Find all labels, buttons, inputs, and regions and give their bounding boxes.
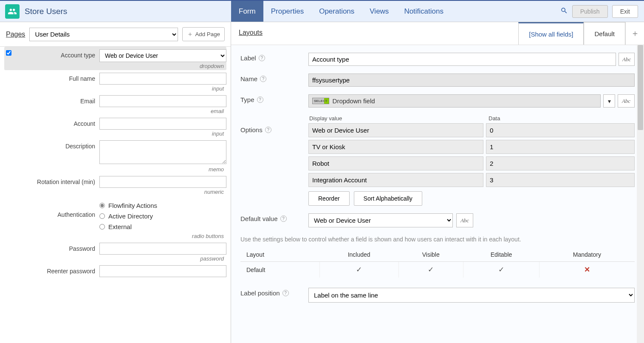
help-icon[interactable]: ?: [282, 290, 289, 296]
tab-views[interactable]: Views: [362, 1, 396, 22]
add-layout-button[interactable]: ＋: [625, 22, 644, 45]
field-row-full-name[interactable]: Full name input: [4, 70, 226, 93]
layout-th-layout: Layout: [240, 248, 319, 262]
select-badge-icon: SELECT: [312, 98, 329, 104]
search-icon[interactable]: [560, 7, 568, 16]
option-display-input[interactable]: [308, 173, 483, 187]
header-actions: Publish Exit: [554, 1, 644, 22]
field-row-description[interactable]: Description memo: [4, 138, 226, 173]
help-icon[interactable]: ?: [260, 76, 266, 82]
layout-th-included: Included: [319, 248, 398, 262]
radio-label: External: [108, 223, 132, 230]
abc-button[interactable]: Abc: [618, 94, 635, 108]
field-row-rotation[interactable]: Rotation interval (min) numeric: [4, 173, 226, 196]
field-label: Description: [14, 140, 99, 150]
help-icon[interactable]: ?: [259, 55, 265, 61]
option-data-input[interactable]: [486, 140, 635, 154]
account-input[interactable]: [99, 118, 226, 130]
pages-label[interactable]: Pages: [6, 31, 25, 38]
option-data-input[interactable]: [486, 123, 635, 137]
layouts-label[interactable]: Layouts: [231, 22, 270, 45]
radio-external[interactable]: External: [99, 221, 226, 232]
prop-label-text: Options: [240, 126, 263, 133]
layout-hint-text: Use the settings below to control whethe…: [240, 236, 635, 243]
layout-table-row: Default ✓ ✓ ✓ ✕: [240, 262, 635, 278]
help-icon[interactable]: ?: [257, 96, 263, 103]
tab-properties[interactable]: Properties: [263, 1, 311, 22]
plus-icon: ＋: [187, 30, 193, 38]
options-header-display: Display value: [308, 115, 486, 122]
sort-alpha-button[interactable]: Sort Alphabetically: [354, 191, 422, 206]
field-row-account-type[interactable]: Account type Web or Device User dropdown: [4, 47, 226, 70]
option-display-input[interactable]: [308, 156, 483, 170]
publish-button[interactable]: Publish: [572, 5, 608, 18]
help-icon[interactable]: ?: [265, 127, 271, 133]
radio-label: Flowfinity Actions: [108, 202, 157, 209]
type-display: SELECT Dropdown field: [308, 94, 601, 108]
field-type-hint: dropdown: [4, 62, 226, 69]
check-icon[interactable]: ✓: [356, 266, 362, 274]
app-header: Store Users Form Properties Operations V…: [0, 0, 644, 22]
field-type-hint: password: [4, 255, 226, 262]
field-type-hint: email: [4, 107, 226, 114]
type-value-text: Dropdown field: [333, 97, 375, 105]
scrollbar[interactable]: [637, 45, 644, 343]
radio-flowfinity[interactable]: Flowfinity Actions: [99, 200, 226, 211]
layout-tab-default[interactable]: Default: [584, 22, 625, 45]
reorder-button[interactable]: Reorder: [308, 191, 350, 206]
prop-row-label: Label? Abc: [240, 53, 635, 66]
label-input[interactable]: [308, 53, 616, 66]
option-display-input[interactable]: [308, 140, 483, 154]
password-input[interactable]: [99, 243, 226, 255]
layout-row-name: Default: [240, 262, 319, 278]
abc-button[interactable]: Abc: [456, 213, 473, 227]
tab-operations[interactable]: Operations: [311, 1, 362, 22]
default-value-select[interactable]: Web or Device User: [308, 213, 453, 227]
field-row-reenter-password[interactable]: Reenter password: [4, 263, 226, 278]
radio-active-directory[interactable]: Active Directory: [99, 211, 226, 221]
option-data-input[interactable]: [486, 156, 635, 170]
rotation-input[interactable]: [99, 176, 226, 188]
layout-th-visible: Visible: [398, 248, 463, 262]
full-name-input[interactable]: [99, 73, 226, 85]
prop-row-options: Options? Display value Data: [240, 115, 635, 206]
option-data-input[interactable]: [486, 173, 635, 187]
check-icon[interactable]: ✓: [498, 266, 504, 274]
account-type-select[interactable]: Web or Device User: [99, 49, 226, 62]
scrollbar-thumb[interactable]: [638, 45, 643, 130]
fields-list: Account type Web or Device User dropdown…: [0, 47, 231, 343]
field-row-email[interactable]: Email email: [4, 93, 226, 115]
description-textarea[interactable]: [99, 140, 226, 164]
field-row-authentication[interactable]: Authentication Flowfinity Actions Active…: [4, 196, 226, 240]
page-title: Store Users: [25, 7, 67, 16]
add-page-button[interactable]: ＋ Add Page: [182, 27, 225, 41]
layout-th-mandatory: Mandatory: [539, 248, 635, 262]
radio-label: Active Directory: [108, 213, 153, 220]
field-row-password[interactable]: Password password: [4, 240, 226, 263]
users-icon: [5, 4, 20, 19]
type-dropdown-button[interactable]: ▾: [603, 94, 615, 108]
layout-tab-show-all[interactable]: [Show all fields]: [518, 22, 584, 45]
abc-button[interactable]: Abc: [619, 53, 635, 66]
check-icon[interactable]: ✓: [428, 266, 434, 274]
help-icon[interactable]: ?: [280, 215, 287, 222]
field-label: Email: [14, 95, 99, 105]
field-label: Account: [14, 118, 99, 127]
email-input[interactable]: [99, 95, 226, 107]
exit-button[interactable]: Exit: [612, 5, 638, 18]
tab-notifications[interactable]: Notifications: [396, 1, 451, 22]
layout-table: Layout Included Visible Editable Mandato…: [240, 248, 635, 278]
field-label: Rotation interval (min): [14, 176, 99, 185]
pages-select[interactable]: User Details: [29, 28, 178, 41]
prop-row-default-value: Default value? Web or Device User Abc: [240, 213, 635, 227]
field-type-hint: numeric: [4, 188, 226, 195]
tab-form[interactable]: Form: [231, 1, 263, 22]
reenter-password-input[interactable]: [99, 265, 226, 277]
option-display-input[interactable]: [308, 123, 483, 137]
field-type-hint: radio buttons: [4, 232, 226, 239]
field-row-account[interactable]: Account input: [4, 115, 226, 138]
cross-icon[interactable]: ✕: [584, 266, 590, 274]
field-checkbox[interactable]: [6, 50, 11, 56]
prop-row-name: Name?: [240, 74, 635, 87]
label-position-select[interactable]: Label on the same line: [308, 288, 635, 303]
